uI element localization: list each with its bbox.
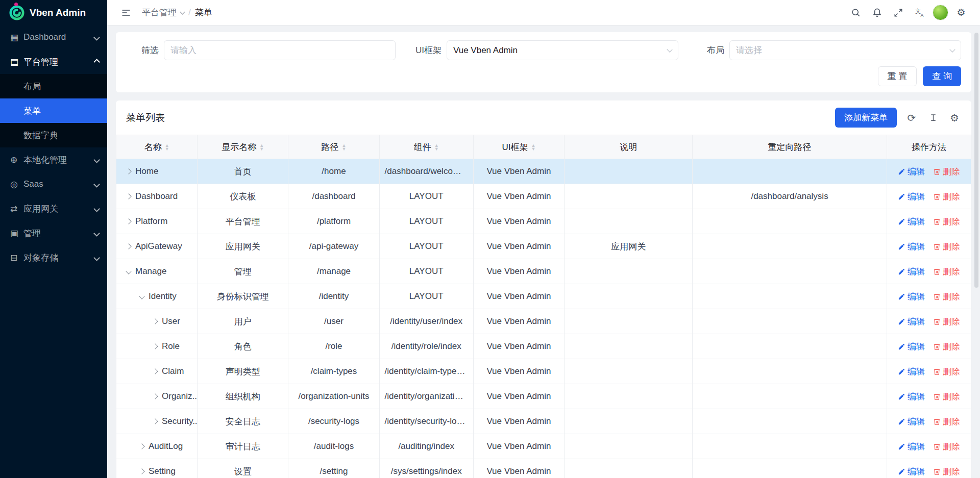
row-path: /user	[288, 309, 379, 334]
delete-button[interactable]: 删除	[933, 466, 960, 477]
edit-button[interactable]: 编辑	[898, 416, 925, 427]
edit-button[interactable]: 编辑	[898, 466, 925, 477]
filter-framework-select[interactable]: Vue Vben Admin	[447, 40, 678, 60]
row-expand-icon[interactable]	[152, 368, 158, 374]
sidebar-item-dashboard[interactable]: ▦ Dashboard	[0, 25, 107, 49]
sort-carets-icon[interactable]: ▲▼	[259, 144, 264, 151]
breadcrumb-parent[interactable]: 平台管理	[142, 7, 177, 18]
filter-panel: 筛选 UI框架 Vue Vben Admin 布局 请选择	[116, 32, 971, 92]
column-header[interactable]: 显示名称▲▼	[198, 135, 288, 159]
delete-button[interactable]: 删除	[933, 291, 960, 303]
row-expand-icon[interactable]	[126, 168, 131, 174]
row-expand-icon[interactable]	[152, 318, 158, 324]
column-header[interactable]: UI框架▲▼	[473, 135, 564, 159]
delete-button[interactable]: 删除	[933, 241, 960, 253]
sort-carets-icon[interactable]: ▲▼	[434, 144, 439, 151]
fullscreen-icon[interactable]	[890, 4, 907, 21]
delete-button[interactable]: 删除	[933, 191, 960, 203]
row-description	[565, 184, 693, 209]
sidebar-item-storage[interactable]: ⊟ 对象存储	[0, 245, 107, 270]
row-expand-icon[interactable]	[126, 268, 131, 274]
settings-gear-icon[interactable]: ⚙	[952, 4, 970, 21]
row-expand-icon[interactable]	[126, 243, 131, 249]
sidebar-item-manage[interactable]: ▣ 管理	[0, 221, 107, 245]
row-description	[565, 259, 693, 284]
edit-button[interactable]: 编辑	[898, 441, 925, 452]
edit-label: 编辑	[908, 266, 925, 278]
sidebar-subitem-menu[interactable]: 菜单	[0, 98, 107, 123]
column-header[interactable]: 路径▲▼	[288, 135, 379, 159]
table-settings-icon[interactable]: ⚙	[948, 111, 961, 124]
row-path: /audit-logs	[288, 434, 379, 459]
row-expand-icon[interactable]	[126, 193, 131, 199]
delete-button[interactable]: 删除	[933, 416, 960, 427]
notification-bell-icon[interactable]	[868, 4, 886, 21]
delete-button[interactable]: 删除	[933, 391, 960, 402]
edit-button[interactable]: 编辑	[898, 241, 925, 253]
sidebar-item-saas[interactable]: ◎ Saas	[0, 172, 107, 196]
add-menu-button[interactable]: 添加新菜单	[835, 108, 897, 128]
filter-keyword-input[interactable]	[164, 40, 396, 60]
refresh-icon[interactable]: ⟳	[905, 111, 918, 124]
row-expand-icon[interactable]	[126, 218, 131, 224]
row-expand-icon[interactable]	[152, 343, 158, 349]
logo-badge-dot	[14, 3, 18, 6]
app-logo[interactable]: Vben Admin	[0, 0, 107, 25]
delete-button[interactable]: 删除	[933, 441, 960, 452]
delete-button[interactable]: 删除	[933, 341, 960, 353]
edit-button[interactable]: 编辑	[898, 341, 925, 353]
translate-icon[interactable]: 文A	[911, 4, 928, 21]
edit-button[interactable]: 编辑	[898, 216, 925, 228]
edit-button[interactable]: 编辑	[898, 191, 925, 203]
edit-label: 编辑	[908, 416, 925, 427]
edit-button[interactable]: 编辑	[898, 166, 925, 178]
row-ui-framework: Vue Vben Admin	[473, 184, 564, 209]
sidebar-item-gateway[interactable]: ⇄ 应用网关	[0, 196, 107, 221]
filter-layout-select[interactable]: 请选择	[729, 40, 961, 60]
edit-button[interactable]: 编辑	[898, 366, 925, 378]
row-expand-icon[interactable]	[139, 293, 144, 299]
reset-button[interactable]: 重 置	[878, 66, 917, 86]
delete-button[interactable]: 删除	[933, 266, 960, 278]
delete-button[interactable]: 删除	[933, 316, 960, 328]
delete-button[interactable]: 删除	[933, 216, 960, 228]
i-beam-icon[interactable]	[926, 111, 940, 124]
sort-carets-icon[interactable]: ▲▼	[342, 144, 347, 151]
row-path: /security-logs	[288, 409, 379, 434]
row-expand-icon[interactable]	[152, 418, 158, 424]
edit-button[interactable]: 编辑	[898, 391, 925, 402]
sidebar-item-platform[interactable]: ▤ 平台管理	[0, 49, 107, 74]
row-component: LAYOUT	[379, 234, 473, 259]
row-redirect	[693, 284, 887, 309]
table-row: Security... 安全日志 /security-logs /identit…	[116, 409, 971, 434]
delete-button[interactable]: 删除	[933, 166, 960, 178]
sidebar-item-label: Dashboard	[23, 32, 94, 42]
column-header[interactable]: 名称▲▼	[116, 135, 198, 159]
query-button[interactable]: 查 询	[923, 66, 961, 86]
row-ui-framework: Vue Vben Admin	[473, 259, 564, 284]
sidebar-collapse-icon[interactable]	[117, 4, 135, 21]
row-expand-icon[interactable]	[139, 443, 144, 449]
chevron-icon	[93, 255, 100, 261]
row-ui-framework: Vue Vben Admin	[473, 409, 564, 434]
saas-icon: ◎	[10, 179, 23, 190]
row-expand-icon[interactable]	[139, 468, 144, 474]
sidebar-item-localization[interactable]: ⊕ 本地化管理	[0, 147, 107, 172]
edit-button[interactable]: 编辑	[898, 266, 925, 278]
edit-button[interactable]: 编辑	[898, 291, 925, 303]
sort-carets-icon[interactable]: ▲▼	[165, 144, 169, 151]
column-header[interactable]: 组件▲▼	[379, 135, 473, 159]
sidebar-subitem-layout[interactable]: 布局	[0, 74, 107, 98]
row-expand-icon[interactable]	[152, 393, 158, 399]
user-avatar[interactable]	[933, 5, 948, 20]
row-component: /dashboard/welcome/in...	[379, 159, 473, 184]
filter-field-layout: 布局 请选择	[692, 40, 961, 60]
edit-button[interactable]: 编辑	[898, 316, 925, 328]
scrollbar-thumb[interactable]	[974, 33, 978, 288]
sidebar-subitem-dictionary[interactable]: 数据字典	[0, 123, 107, 147]
trash-icon	[933, 418, 941, 425]
delete-button[interactable]: 删除	[933, 366, 960, 378]
row-ui-framework: Vue Vben Admin	[473, 359, 564, 384]
search-icon[interactable]	[847, 4, 864, 21]
sort-carets-icon[interactable]: ▲▼	[531, 144, 535, 151]
